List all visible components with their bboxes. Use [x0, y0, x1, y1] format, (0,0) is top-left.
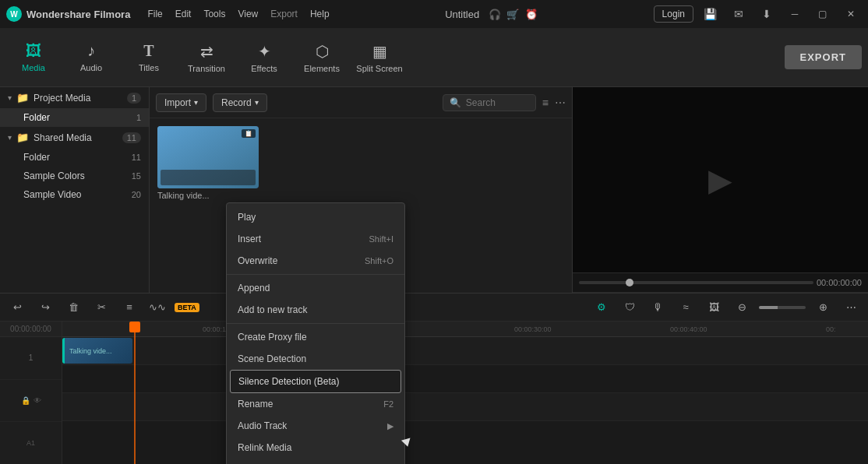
preview-panel: ▶ 00:00:00:00 ⏮ ◀◀ ▶ ⏹ 1/2 1 ⛶ ⊞ 🔊 ⤢ [572, 87, 868, 321]
left-panel: ▾ 📁 Project Media 1 Folder 1 ▾ 📁 Shared … [0, 87, 150, 321]
menu-file[interactable]: File [147, 9, 162, 19]
thumb-label: Talking vide... [157, 191, 259, 200]
timeline-content: 00:00:00:00 1 🔒 👁 A1 00:00:10:00 00:00:2… [0, 322, 868, 464]
preview-controls: 00:00:00:00 [573, 272, 868, 292]
search-icon: 🔍 [450, 97, 461, 108]
ctx-scene-detection[interactable]: Scene Detection [227, 348, 404, 370]
ctx-silence-detection[interactable]: Silence Detection (Beta) [230, 370, 401, 393]
track-3[interactable] [62, 393, 868, 421]
media-toolbar: Import ▾ Record ▾ 🔍 ≡ ⋯ [150, 87, 572, 118]
search-box: 🔍 [443, 94, 536, 111]
magnet-button[interactable]: ⚙ [591, 297, 612, 318]
login-button[interactable]: Login [654, 5, 693, 23]
shield-button[interactable]: 🛡 [619, 297, 640, 318]
ctx-delete[interactable]: Delete Del [227, 459, 404, 464]
ctx-overwrite[interactable]: Overwrite Shift+O [227, 250, 404, 272]
shared-media-count: 11 [122, 132, 141, 143]
app-logo: W [6, 6, 22, 22]
track-1-label: 1 [0, 337, 62, 380]
thumbnail-button[interactable]: 🖼 [703, 297, 725, 318]
clock-icon[interactable]: ⏰ [525, 9, 538, 20]
playhead-line [134, 332, 136, 464]
toolbar-effects[interactable]: ✦ Effects [237, 33, 291, 83]
import-button[interactable]: Import ▾ [156, 93, 206, 112]
audio-icon: ♪ [87, 42, 95, 60]
toolbar-transition[interactable]: ⇄ Transition [179, 33, 234, 83]
zoom-in-button[interactable]: ⊕ [812, 297, 834, 318]
toolbar-splitscreen[interactable]: ▦ Split Screen [352, 33, 407, 83]
thumb-image: 📋 [157, 126, 259, 188]
menu-edit[interactable]: Edit [175, 9, 192, 19]
ctx-rename[interactable]: Rename F2 [227, 393, 404, 415]
toolbar-media[interactable]: 🖼 Media [6, 33, 61, 83]
minimize-button[interactable]: ─ [784, 3, 806, 25]
timeline-area: ↩ ↪ 🗑 ✂ ≡ ∿∿ BETA ⚙ 🛡 🎙 ≈ 🖼 ⊖ ⊕ ⋯ 00:00:… [0, 293, 868, 464]
ctx-play[interactable]: Play [227, 206, 404, 228]
zoom-slider[interactable] [759, 306, 806, 309]
titlebar-menu: File Edit Tools View Export Help [147, 9, 329, 19]
track-clip[interactable]: Talking vide... [62, 338, 132, 364]
titles-icon: T [143, 42, 153, 60]
track-labels: 00:00:00:00 1 🔒 👁 A1 [0, 322, 62, 464]
record-button[interactable]: Record ▾ [213, 93, 267, 112]
ruler-corner: 00:00:00:00 [0, 322, 62, 337]
playhead-marker [129, 322, 140, 332]
ctx-relink-media[interactable]: Relink Media [227, 437, 404, 459]
export-button[interactable]: EXPORT [785, 45, 862, 69]
menu-export[interactable]: Export [270, 9, 298, 19]
menu-tools[interactable]: Tools [203, 9, 225, 19]
waveform-button[interactable]: ∿∿ [146, 297, 168, 318]
section-project-media[interactable]: ▾ 📁 Project Media 1 [0, 87, 149, 108]
sidebar-item-folder-shared[interactable]: Folder 11 [0, 148, 149, 167]
undo-button[interactable]: ↩ [6, 297, 28, 318]
mic-button[interactable]: 🎙 [647, 297, 669, 318]
record-arrow-icon: ▾ [255, 98, 259, 107]
track-controls-row: 🔒 👁 [0, 380, 62, 423]
save-icon[interactable]: 💾 [700, 3, 722, 25]
time-ruler: 00:00:10:00 00:00:20:00 00:00:30:00 00:0… [62, 322, 868, 337]
cart-icon[interactable]: 🛒 [506, 9, 519, 20]
ctx-add-to-new-track[interactable]: Add to new track [227, 299, 404, 321]
menu-help[interactable]: Help [310, 9, 330, 19]
elements-label: Elements [304, 64, 340, 73]
titlebar-right: Login 💾 ✉ ⬇ ─ ▢ ✕ [654, 3, 862, 25]
splitscreen-icon: ▦ [372, 42, 387, 61]
download-icon[interactable]: ⬇ [756, 3, 778, 25]
grid-view-icon[interactable]: ⋯ [555, 97, 566, 109]
maximize-button[interactable]: ▢ [812, 3, 834, 25]
filter-icon[interactable]: ≡ [542, 97, 549, 109]
ctx-append[interactable]: Append [227, 277, 404, 299]
headset-icon[interactable]: 🎧 [489, 9, 501, 20]
preview-slider[interactable] [579, 281, 813, 284]
close-button[interactable]: ✕ [840, 3, 862, 25]
audio-mixer-button[interactable]: ≡ [118, 297, 140, 318]
ctx-create-proxy-file[interactable]: Create Proxy file [227, 326, 404, 348]
toolbar-audio[interactable]: ♪ Audio [64, 33, 118, 83]
ctx-insert[interactable]: Insert Shift+I [227, 228, 404, 250]
ctx-divider-2 [227, 323, 404, 324]
folder-icon-project-media: 📁 [16, 92, 29, 104]
track-1[interactable]: Talking vide... [62, 337, 868, 365]
mail-icon[interactable]: ✉ [728, 3, 750, 25]
cut-button[interactable]: ✂ [90, 297, 112, 318]
media-thumbnail[interactable]: 📋 Talking vide... [157, 126, 259, 200]
search-input[interactable] [466, 97, 528, 108]
redo-button[interactable]: ↪ [34, 297, 56, 318]
sidebar-item-sample-colors[interactable]: Sample Colors 15 [0, 167, 149, 185]
ctx-audio-track[interactable]: Audio Track ▶ [227, 415, 404, 437]
toolbar-elements[interactable]: ⬡ Elements [295, 33, 349, 83]
toolbar-titles[interactable]: T Titles [122, 33, 176, 83]
clip-label: Talking vide... [69, 347, 112, 355]
sidebar-item-sample-video[interactable]: Sample Video 20 [0, 185, 149, 204]
sidebar-item-folder-project[interactable]: Folder 1 [0, 108, 149, 127]
elements-icon: ⬡ [316, 42, 329, 61]
track-4[interactable] [62, 421, 868, 449]
more-button[interactable]: ⋯ [840, 297, 862, 318]
zoom-out-button[interactable]: ⊖ [731, 297, 753, 318]
timeline-tracks[interactable]: 00:00:10:00 00:00:20:00 00:00:30:00 00:0… [62, 322, 868, 464]
menu-view[interactable]: View [238, 9, 258, 19]
split-audio-button[interactable]: ≈ [675, 297, 697, 318]
track-2[interactable] [62, 365, 868, 393]
delete-clip-button[interactable]: 🗑 [62, 297, 84, 318]
section-shared-media[interactable]: ▾ 📁 Shared Media 11 [0, 127, 149, 148]
